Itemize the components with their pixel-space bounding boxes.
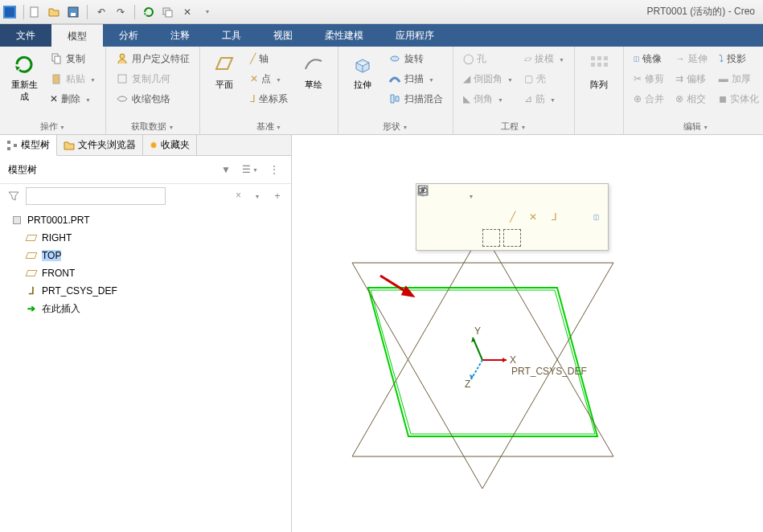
csys-button[interactable]: ⅃坐标系 [247, 90, 291, 108]
trim-button[interactable]: ✂修剪 [630, 70, 667, 88]
panel-tab-folder[interactable]: 文件夹浏览器 [57, 135, 143, 155]
group-edit-label[interactable]: 编辑 [630, 119, 762, 133]
tab-annotate[interactable]: 注释 [154, 24, 206, 47]
svg-rect-19 [14, 144, 17, 147]
regen-button[interactable]: 重新生成 [6, 50, 42, 104]
svg-rect-13 [604, 56, 608, 60]
tree-top[interactable]: TOP [23, 247, 291, 264]
tab-analysis[interactable]: 分析 [103, 24, 154, 47]
group-datum-label[interactable]: 基准 [207, 119, 331, 133]
solidify-button[interactable]: ◼实体化 [716, 90, 762, 108]
project-button[interactable]: ⤵投影 [716, 50, 762, 68]
qat-undo-icon[interactable]: ↶ [93, 4, 109, 20]
tree-root[interactable]: PRT0001.PRT [8, 211, 291, 229]
tree-front[interactable]: FRONT [23, 264, 291, 282]
ctx-show-icon[interactable] [482, 229, 500, 247]
paste-button[interactable]: 粘贴 [47, 70, 99, 88]
filter-add-icon[interactable]: + [269, 187, 286, 205]
plane-button[interactable]: 平面 [207, 50, 242, 92]
tree-csys[interactable]: ⅃PRT_CSYS_DEF [23, 282, 291, 300]
extrude-button[interactable]: 拉伸 [345, 50, 380, 92]
qat-close-icon[interactable]: ✕ [179, 4, 195, 20]
svg-rect-16 [604, 63, 608, 67]
ctx-hide-icon[interactable] [461, 229, 479, 247]
intersect-button[interactable]: ⊗相交 [672, 90, 711, 108]
ctx-point-icon[interactable]: ✕ [524, 208, 542, 226]
extend-button[interactable]: →延伸 [672, 50, 711, 68]
shrinkwrap-button[interactable]: 收缩包络 [113, 90, 193, 108]
axis-button[interactable]: ╱轴 [247, 50, 291, 68]
extract-button[interactable]: ▱拔模 [521, 50, 568, 68]
group-operate-label[interactable]: 操作 [6, 119, 99, 133]
merge-button[interactable]: ⊕合并 [630, 90, 667, 108]
svg-rect-2 [71, 13, 76, 16]
tab-tools[interactable]: 工具 [206, 24, 257, 47]
group-shape-label[interactable]: 形状 [345, 119, 446, 133]
tab-app[interactable]: 应用程序 [379, 24, 450, 47]
sweep-button[interactable]: 扫描 [385, 70, 446, 88]
offset-button[interactable]: ⇉偏移 [672, 70, 711, 88]
ctx-mirror-icon[interactable]: ⎅ [587, 208, 605, 226]
ctx-csys-icon[interactable]: ⅃ [545, 208, 563, 226]
filter-icon[interactable] [5, 187, 23, 205]
revolve-button[interactable]: 旋转 [385, 50, 446, 68]
chamfer-button[interactable]: ◢倒圆角 [460, 70, 516, 88]
tab-file[interactable]: 文件 [0, 24, 51, 47]
tree-tool-2-icon[interactable]: ☰ [241, 161, 259, 178]
viewport[interactable]: X Y Z PRT_CSYS_DEF ╱ [292, 135, 763, 532]
qat-save-icon[interactable] [65, 4, 81, 20]
filter-dropdown-icon[interactable] [248, 187, 265, 205]
tree-insert[interactable]: ➔在此插入 [23, 300, 291, 317]
hole-button[interactable]: ◯孔 [460, 50, 516, 68]
userfeat-button[interactable]: 用户定义特征 [113, 50, 193, 68]
ctx-copy-icon[interactable] [441, 229, 458, 247]
qat-customize-icon[interactable] [199, 4, 215, 20]
copygeom-button[interactable]: 复制几何 [113, 70, 193, 88]
panel-tab-fav[interactable]: ✹收藏夹 [143, 135, 197, 155]
tree-tool-3-icon[interactable]: ⋮ [265, 161, 283, 178]
ctx-isolate-icon[interactable] [503, 229, 521, 247]
thicken-button[interactable]: ▬加厚 [716, 70, 762, 88]
qat-open-icon[interactable] [46, 4, 62, 20]
point-button[interactable]: ✕点 [247, 70, 291, 88]
tab-model[interactable]: 模型 [51, 24, 103, 47]
panel-tab-modeltree[interactable]: 模型树 [0, 135, 57, 156]
tab-view[interactable]: 视图 [257, 24, 309, 47]
filter-clear-icon[interactable]: × [236, 190, 241, 201]
tab-flex[interactable]: 柔性建模 [309, 24, 379, 47]
mirror-button[interactable]: ⎅镜像 [630, 50, 667, 68]
qat-windows-icon[interactable] [160, 4, 176, 20]
ctx-cursor-icon[interactable] [420, 229, 437, 247]
sketch-button[interactable]: 草绘 [296, 50, 331, 92]
csys-label: PRT_CSYS_DEF [511, 366, 587, 377]
rib-button[interactable]: ⊿筋 [521, 90, 568, 108]
ctx-cube-icon[interactable] [441, 187, 458, 205]
tree-tool-1-icon[interactable]: ▼ [217, 161, 235, 178]
svg-rect-12 [597, 56, 601, 60]
group-getdata-label[interactable]: 获取数据 [113, 119, 193, 133]
delete-button[interactable]: ✕删除 [47, 90, 99, 108]
window-title: PRT0001 (活动的) - Creo [647, 5, 760, 18]
qat-redo-icon[interactable]: ↷ [113, 4, 129, 20]
tree-title: 模型树 [8, 163, 211, 177]
svg-rect-35 [419, 186, 427, 194]
ctx-box-icon[interactable] [441, 208, 458, 226]
group-eng-label[interactable]: 工程 [460, 119, 568, 133]
shell-button[interactable]: ▢壳 [521, 70, 568, 88]
fillet-button[interactable]: ◣倒角 [460, 90, 516, 108]
svg-rect-11 [591, 56, 595, 60]
ctx-plane-icon[interactable] [482, 208, 500, 226]
qat-regen-icon[interactable] [141, 4, 157, 20]
qat-new-icon[interactable] [27, 4, 43, 20]
blend-button[interactable]: 扫描混合 [385, 90, 446, 108]
ctx-axis-icon[interactable]: ╱ [503, 208, 521, 226]
ctx-spline-icon[interactable] [420, 208, 437, 226]
copy-button[interactable]: 复制 [47, 50, 99, 68]
svg-rect-17 [7, 141, 10, 144]
ctx-select-icon[interactable] [461, 187, 479, 205]
filter-input[interactable] [26, 187, 166, 205]
pattern-button[interactable]: 阵列 [581, 50, 617, 92]
ctx-revolve-icon[interactable] [461, 208, 479, 226]
tree-right[interactable]: RIGHT [23, 229, 291, 247]
ctx-grid-icon[interactable] [566, 208, 584, 226]
